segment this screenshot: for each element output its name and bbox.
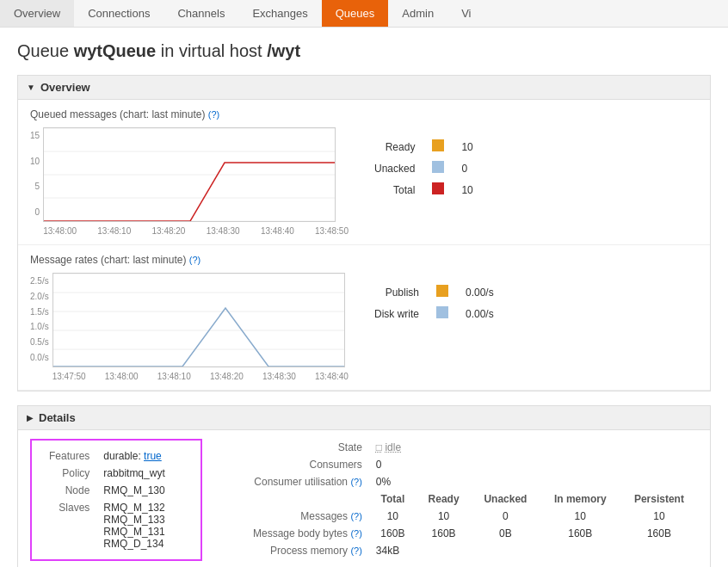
body-bytes-row: Message body bytes (?) 160B 160B 0B 160B… xyxy=(219,525,698,542)
rates-x-labels: 13:47:5013:48:0013:48:1013:48:2013:48:30… xyxy=(52,372,349,381)
ready-color-swatch xyxy=(432,139,444,151)
legend-ready-row: Ready 10 xyxy=(366,136,482,157)
nav-exchanges[interactable]: Exchanges xyxy=(238,0,321,27)
page-title: Queue wytQueue in virtual host /wyt xyxy=(17,41,711,61)
body-bytes-label: Message body bytes (?) xyxy=(219,525,369,542)
queued-messages-chart xyxy=(43,127,336,222)
features-row: Features durable: true xyxy=(42,447,172,465)
nav-channels[interactable]: Channels xyxy=(163,0,238,27)
message-rates-help[interactable]: (?) xyxy=(189,255,201,265)
message-rates-chart xyxy=(52,273,345,367)
unacked-color-swatch xyxy=(432,161,444,173)
details-title: Details xyxy=(39,411,76,424)
overview-arrow: ▼ xyxy=(27,83,35,92)
details-section: ▶ Details Features durable: true Policy … xyxy=(17,405,711,567)
features-box: Features durable: true Policy rabbitmq_w… xyxy=(30,439,202,561)
total-color-swatch xyxy=(432,182,444,194)
messages-row: Messages (?) 10 10 0 10 10 xyxy=(219,508,698,525)
messages-unacked: 0 xyxy=(471,508,540,525)
process-memory-label: Process memory (?) xyxy=(219,542,369,559)
slaves-row: Slaves RMQ_M_132 RMQ_M_133 RMQ_M_131 RMQ… xyxy=(42,499,172,552)
policy-row: Policy rabbitmq_wyt xyxy=(42,465,172,482)
message-rates-chart-area: 2.5/s2.0/s1.5/s1.0/s0.5/s0.0/s xyxy=(30,273,349,381)
message-rates-subsection: Message rates (chart: last minute) (?) 2… xyxy=(18,245,710,391)
legend-publish-value: 0.00/s xyxy=(457,281,503,303)
consumer-utilisation-value: 0% xyxy=(369,473,416,490)
process-memory-value: 34kB xyxy=(369,542,416,559)
details-arrow: ▶ xyxy=(27,413,34,422)
stats-table: State □ idle Consumers 0 Consumer utilis… xyxy=(219,439,698,559)
slaves-label: Slaves xyxy=(42,499,96,552)
body-bytes-help[interactable]: (?) xyxy=(350,528,361,539)
slave-2: RMQ_M_133 xyxy=(103,514,164,526)
consumer-utilisation-row: Consumer utilisation (?) 0% xyxy=(219,473,698,490)
messages-total: 10 xyxy=(369,508,416,525)
legend-total-value: 10 xyxy=(453,179,481,200)
stats-headers-row: Total Ready Unacked In memory Persistent xyxy=(219,490,698,508)
col-ready: Ready xyxy=(416,490,471,508)
legend-diskwrite-value: 0.00/s xyxy=(457,303,503,324)
messages-inmemory: 10 xyxy=(540,508,620,525)
queued-messages-legend: Ready 10 Unacked 0 Total 10 xyxy=(366,127,698,200)
nav-queues[interactable]: Queues xyxy=(322,0,389,27)
legend-total-label: Total xyxy=(366,179,423,200)
queued-messages-subsection: Queued messages (chart: last minute) (?)… xyxy=(18,100,710,245)
node-row: Node RMQ_M_130 xyxy=(42,482,172,499)
nav-vi[interactable]: Vi xyxy=(447,0,484,27)
nav-admin[interactable]: Admin xyxy=(388,0,447,27)
process-memory-row: Process memory (?) 34kB xyxy=(219,542,698,559)
overview-title: Overview xyxy=(40,81,90,94)
legend-total-row: Total 10 xyxy=(366,179,482,200)
legend-ready-label: Ready xyxy=(366,136,423,157)
overview-section: ▼ Overview Queued messages (chart: last … xyxy=(17,75,711,391)
col-total: Total xyxy=(369,490,416,508)
legend-unacked-label: Unacked xyxy=(366,157,423,179)
rates-legend-table: Publish 0.00/s Disk write 0.00/s xyxy=(366,281,503,324)
features-table: Features durable: true Policy rabbitmq_w… xyxy=(42,447,172,552)
queued-messages-chart-area: 15 10 5 0 xyxy=(30,127,349,236)
nav-connections[interactable]: Connections xyxy=(74,0,163,27)
message-rates-title: Message rates (chart: last minute) (?) xyxy=(30,254,698,266)
features-value: durable: true xyxy=(96,447,171,465)
consumer-utilisation-label: Consumer utilisation (?) xyxy=(219,473,369,490)
legend-publish-label: Publish xyxy=(366,281,428,303)
messages-ready: 10 xyxy=(416,508,471,525)
node-label: Node xyxy=(42,482,96,499)
body-bytes-ready: 160B xyxy=(416,525,471,542)
message-rates-row: 2.5/s2.0/s1.5/s1.0/s0.5/s0.0/s xyxy=(30,273,698,381)
legend-unacked-value: 0 xyxy=(453,157,481,179)
col-persistent: Persistent xyxy=(620,490,698,508)
state-indicator: □ xyxy=(376,441,382,453)
state-row: State □ idle xyxy=(219,439,698,456)
body-bytes-persistent: 160B xyxy=(620,525,698,542)
queued-x-labels: 13:48:0013:48:1013:48:2013:48:3013:48:40… xyxy=(43,226,349,236)
policy-value: rabbitmq_wyt xyxy=(96,465,171,482)
state-value: idle xyxy=(385,441,401,453)
queued-messages-help[interactable]: (?) xyxy=(208,109,219,120)
details-header[interactable]: ▶ Details xyxy=(18,406,710,430)
state-label: State xyxy=(219,439,369,456)
messages-help[interactable]: (?) xyxy=(350,511,361,521)
consumers-row: Consumers 0 xyxy=(219,456,698,473)
slaves-values: RMQ_M_132 RMQ_M_133 RMQ_M_131 RMQ_D_134 xyxy=(96,499,171,552)
stats-area: State □ idle Consumers 0 Consumer utilis… xyxy=(219,439,698,561)
body-bytes-unacked: 0B xyxy=(471,525,540,542)
navigation: Overview Connections Channels Exchanges … xyxy=(0,0,728,28)
queued-messages-row: 15 10 5 0 xyxy=(30,127,698,236)
policy-label: Policy xyxy=(42,465,96,482)
slave-4: RMQ_D_134 xyxy=(103,538,164,550)
messages-persistent: 10 xyxy=(620,508,698,525)
overview-header[interactable]: ▼ Overview xyxy=(18,76,710,100)
message-rates-legend: Publish 0.00/s Disk write 0.00/s xyxy=(366,273,698,324)
consumer-util-help[interactable]: (?) xyxy=(350,477,361,487)
details-content: Features durable: true Policy rabbitmq_w… xyxy=(18,430,710,567)
legend-ready-value: 10 xyxy=(453,136,481,157)
consumers-label: Consumers xyxy=(219,456,369,473)
queued-legend-table: Ready 10 Unacked 0 Total 10 xyxy=(366,136,482,200)
queued-messages-title: Queued messages (chart: last minute) (?) xyxy=(30,108,698,120)
legend-publish-row: Publish 0.00/s xyxy=(366,281,503,303)
slave-1: RMQ_M_132 xyxy=(103,502,164,514)
nav-overview[interactable]: Overview xyxy=(0,0,74,27)
legend-unacked-row: Unacked 0 xyxy=(366,157,482,179)
proc-mem-help[interactable]: (?) xyxy=(350,545,361,556)
